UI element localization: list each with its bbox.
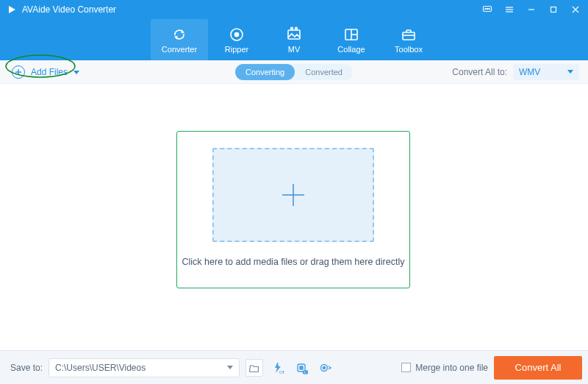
svg-point-3: [487, 8, 487, 9]
menu-icon[interactable]: [503, 3, 516, 16]
svg-point-13: [235, 33, 239, 37]
drop-zone-hint: Click here to add media files or drag th…: [182, 257, 405, 267]
convert-icon: [171, 26, 188, 43]
maximize-button[interactable]: [547, 3, 560, 16]
gpu-accel-button[interactable]: ON: [269, 359, 287, 377]
tab-collage[interactable]: Collage: [323, 19, 380, 60]
convert-all-to: Convert All to: WMV: [452, 64, 588, 80]
merge-label: Merge into one file: [415, 363, 488, 373]
save-to-path-select[interactable]: C:\Users\USER\Videos: [49, 358, 240, 377]
conversion-status-segmented: Converting Converted: [235, 64, 353, 80]
close-button[interactable]: [569, 3, 582, 16]
tab-label: Toolbox: [395, 45, 423, 54]
sub-toolbar: Add Files Converting Converted Convert A…: [0, 60, 588, 84]
main-area: Click here to add media files or drag th…: [0, 84, 588, 340]
drop-zone[interactable]: Click here to add media files or drag th…: [176, 131, 410, 288]
plus-icon: [276, 178, 310, 212]
high-speed-button[interactable]: ON: [293, 359, 310, 377]
tab-ripper[interactable]: Ripper: [208, 19, 265, 60]
chevron-down-icon: [227, 366, 233, 370]
svg-point-2: [485, 8, 486, 9]
svg-rect-9: [551, 7, 556, 13]
open-folder-button[interactable]: [245, 359, 263, 377]
svg-point-4: [489, 8, 490, 9]
picture-icon: [285, 26, 303, 43]
tab-label: Collage: [337, 45, 365, 54]
svg-rect-33: [300, 366, 303, 369]
svg-point-36: [323, 366, 325, 369]
svg-rect-14: [288, 30, 300, 39]
merge-into-one-file-checkbox[interactable]: Merge into one file: [401, 363, 488, 373]
add-files-button[interactable]: Add Files: [0, 65, 87, 79]
tab-mv[interactable]: MV: [265, 19, 323, 60]
feedback-icon[interactable]: [481, 3, 494, 16]
save-to-path-value: C:\Users\USER\Videos: [55, 363, 146, 373]
seg-converting[interactable]: Converting: [235, 64, 295, 80]
svg-marker-26: [567, 70, 573, 74]
convert-all-label: Convert All: [515, 362, 562, 373]
convert-all-button[interactable]: Convert All: [494, 356, 582, 380]
save-to-label: Save to:: [10, 363, 43, 373]
output-format-value: WMV: [519, 67, 540, 77]
svg-text:ON: ON: [303, 370, 308, 374]
svg-text:ON: ON: [279, 370, 284, 374]
title-bar: AVAide Video Converter: [0, 0, 588, 19]
tab-label: Converter: [162, 45, 197, 54]
tab-toolbox[interactable]: Toolbox: [380, 19, 437, 60]
collage-icon: [343, 26, 360, 43]
task-settings-button[interactable]: [316, 359, 334, 377]
tab-converter[interactable]: Converter: [151, 19, 208, 60]
minimize-button[interactable]: [525, 3, 538, 16]
svg-point-15: [291, 27, 293, 29]
chevron-down-icon: [567, 70, 573, 74]
checkbox-icon: [401, 363, 411, 372]
tab-label: Ripper: [225, 45, 248, 54]
svg-marker-29: [227, 366, 233, 369]
disc-icon: [228, 26, 245, 43]
convert-all-to-label: Convert All to:: [452, 67, 507, 77]
app-title: AVAide Video Converter: [22, 4, 116, 15]
folder-icon: [249, 363, 259, 373]
drop-zone-inner: [212, 148, 374, 242]
lightning-icon: ON: [271, 361, 284, 374]
svg-marker-25: [74, 71, 79, 74]
svg-point-16: [295, 27, 298, 29]
main-tabs: Converter Ripper MV Collage Toolbox: [0, 19, 588, 60]
chip-icon: ON: [295, 361, 308, 374]
gear-icon: [318, 361, 331, 374]
bottom-bar: Save to: C:\Users\USER\Videos ON ON Merg…: [0, 350, 588, 384]
svg-marker-0: [9, 6, 15, 13]
output-format-select[interactable]: WMV: [513, 64, 579, 80]
seg-converted[interactable]: Converted: [295, 64, 353, 80]
tab-label: MV: [288, 45, 301, 54]
plus-circle-icon: [12, 65, 25, 79]
chevron-down-icon: [74, 67, 79, 77]
toolbox-icon: [400, 26, 417, 43]
svg-rect-20: [403, 32, 415, 40]
app-logo-icon: [6, 4, 18, 15]
add-files-label: Add Files: [31, 67, 68, 77]
